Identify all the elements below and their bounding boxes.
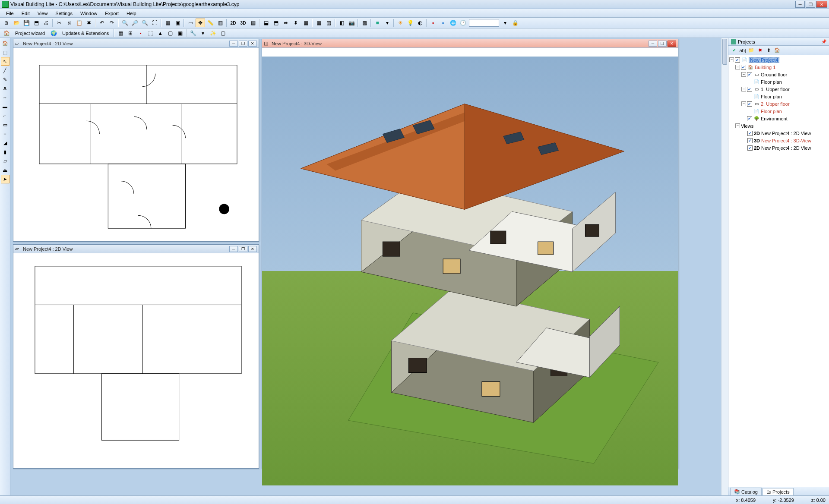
window-tile-icon[interactable]: ⬓ (261, 19, 271, 27)
doc1-close-button[interactable]: ✕ (248, 41, 257, 47)
undo-icon[interactable]: ↶ (97, 19, 107, 27)
tb2-icon-6[interactable]: ▢ (165, 29, 175, 38)
save-icon[interactable]: 💾 (22, 19, 31, 27)
tb2-icon-2[interactable]: ⊞ (126, 29, 135, 38)
lt-terrain-icon[interactable]: ⛰ (1, 166, 9, 174)
window-vsplit-icon[interactable]: ⬍ (291, 19, 301, 27)
doc3-minimize-button[interactable]: ─ (649, 41, 657, 47)
shadow-icon[interactable]: ◐ (415, 19, 425, 27)
tree-floorplan-2[interactable]: Floor plan (761, 94, 782, 99)
redo-icon[interactable]: ↷ (107, 19, 117, 27)
view-2d-button[interactable]: 2D (228, 19, 238, 27)
lt-building-icon[interactable]: 🏠 (1, 39, 9, 47)
tree-toggle[interactable]: − (735, 123, 740, 128)
dropdown-icon[interactable]: ▾ (383, 19, 392, 27)
home-tree-icon[interactable]: 🏠 (773, 47, 781, 54)
window-hsplit-icon[interactable]: ⬌ (281, 19, 291, 27)
cut-icon[interactable]: ✂ (54, 19, 64, 27)
view-section-icon[interactable]: ▤ (248, 19, 258, 27)
zoom-fit-icon[interactable]: ⛶ (150, 19, 159, 27)
doc3-close-button[interactable]: ✕ (668, 41, 676, 47)
tb2-icon-8[interactable]: ▢ (218, 29, 228, 38)
select-icon[interactable]: ▭ (186, 19, 195, 27)
dropdown2-icon[interactable]: ▾ (500, 19, 510, 27)
check-icon[interactable]: ✔ (730, 47, 738, 54)
lt-cursor-icon[interactable]: ↖ (1, 57, 9, 66)
tree-building[interactable]: Building 1 (755, 65, 775, 70)
menu-file[interactable]: File (3, 10, 17, 17)
snap-icon[interactable]: ▣ (173, 19, 182, 27)
doc2-maximize-button[interactable]: ❐ (239, 246, 247, 252)
lt-roof-icon[interactable]: ◢ (1, 139, 9, 147)
tree-toggle[interactable]: − (741, 72, 746, 77)
tree-check[interactable]: ✔ (741, 65, 746, 70)
doc3-maximize-button[interactable]: ❐ (658, 41, 667, 47)
magic-icon[interactable]: ✨ (208, 29, 218, 38)
layer-icon[interactable]: ▦ (314, 19, 323, 27)
copy-icon[interactable]: ⎘ (64, 19, 74, 27)
tree-view-3[interactable]: New Project4 : 2D View (761, 145, 811, 151)
tb2-icon-4[interactable]: ⬚ (146, 29, 155, 38)
project-tree[interactable]: − ✔ 📄 New Project4 − ✔ 🏠 Building 1 − ✔ … (728, 55, 829, 487)
doc1-maximize-button[interactable]: ❐ (239, 41, 247, 47)
tb2-drop-icon[interactable]: ▾ (198, 29, 208, 38)
window-grid-icon[interactable]: ▦ (301, 19, 310, 27)
tree-toggle[interactable]: − (729, 57, 734, 62)
saveall-icon[interactable]: ⬒ (32, 19, 41, 27)
tree-view-1[interactable]: New Project4 : 2D View (761, 131, 811, 136)
rename-icon[interactable]: ab| (739, 47, 747, 54)
delete-icon[interactable]: ✖ (84, 19, 94, 27)
lt-floor-icon[interactable]: ▱ (1, 157, 9, 165)
tree-view-2[interactable]: New Project4 : 3D-View (761, 138, 811, 143)
flag1-icon[interactable]: ▪ (428, 19, 438, 27)
doc3-canvas[interactable] (262, 57, 678, 485)
tree-check[interactable]: ✔ (747, 138, 753, 143)
new-folder-icon[interactable]: 📁 (747, 47, 755, 54)
tree-check[interactable]: ✔ (735, 57, 740, 63)
lt-selection-icon[interactable]: ⬚ (1, 48, 9, 57)
lt-line-icon[interactable]: ╱ (1, 66, 9, 75)
lt-pencil-icon[interactable]: ✎ (1, 75, 9, 84)
view-3d-button[interactable]: 3D (238, 19, 248, 27)
lt-wall-icon[interactable]: ▬ (1, 102, 9, 111)
doc2-canvas[interactable] (13, 253, 259, 468)
tree-check[interactable]: ✔ (747, 101, 752, 107)
home-icon[interactable]: 🏠 (2, 29, 11, 38)
workspace-scrollbar[interactable] (721, 38, 728, 495)
tree-root[interactable]: New Project4 (749, 57, 779, 63)
doc1-minimize-button[interactable]: ─ (229, 41, 238, 47)
tree-check[interactable]: ✔ (747, 145, 753, 151)
tree-upper2[interactable]: 2. Upper floor (761, 101, 790, 107)
tb2-icon-7[interactable]: ▣ (175, 29, 185, 38)
tree-floorplan-1[interactable]: Floor plan (761, 79, 782, 85)
tree-env[interactable]: Environment (761, 116, 788, 121)
measure-icon[interactable]: ▥ (215, 19, 225, 27)
lt-stairs-icon[interactable]: ≡ (1, 129, 9, 138)
render-icon[interactable]: ◧ (337, 19, 346, 27)
flag2-icon[interactable]: ▪ (438, 19, 448, 27)
tree-upper1[interactable]: 1. Upper floor (761, 87, 790, 92)
grid-icon[interactable]: ▦ (163, 19, 172, 27)
lt-column-icon[interactable]: ▮ (1, 148, 9, 156)
tree-floorplan-3[interactable]: Floor plan (761, 109, 782, 114)
tree-ground[interactable]: Ground floor (761, 72, 787, 77)
lt-pointer-icon[interactable]: ➤ (1, 175, 9, 183)
globe2-icon[interactable]: 🌍 (49, 29, 58, 38)
menu-export[interactable]: Export (101, 10, 122, 17)
move-icon[interactable]: ✥ (196, 19, 205, 27)
minimize-button[interactable]: ─ (795, 1, 805, 8)
camera-icon[interactable]: 📷 (347, 19, 356, 27)
doc2-minimize-button[interactable]: ─ (229, 246, 238, 252)
menu-window[interactable]: Window (77, 10, 101, 17)
tree-toggle[interactable]: − (735, 65, 740, 69)
tb2-icon-1[interactable]: ▦ (116, 29, 125, 38)
texture-icon[interactable]: ▩ (360, 19, 369, 27)
lt-window-icon[interactable]: ▭ (1, 120, 9, 129)
zoom-in-icon[interactable]: 🔎 (130, 19, 139, 27)
menu-help[interactable]: Help (123, 10, 140, 17)
doc1-canvas[interactable] (13, 48, 259, 241)
tree-check[interactable]: ✔ (747, 72, 752, 77)
maximize-button[interactable]: ❐ (806, 1, 815, 8)
globe-icon[interactable]: 🌐 (448, 19, 458, 27)
print-icon[interactable]: 🖨 (41, 19, 51, 27)
